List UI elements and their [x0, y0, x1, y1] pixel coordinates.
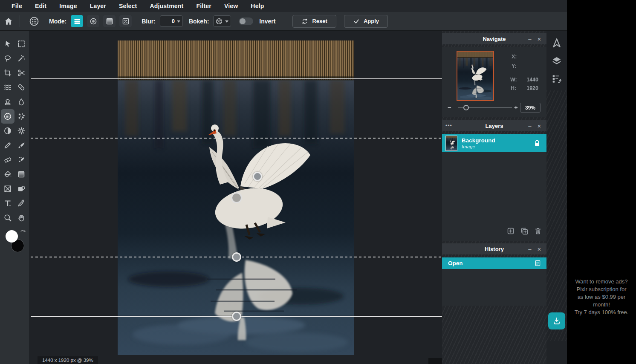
mode-radial-button[interactable]: [87, 15, 99, 27]
mode-gradient-button[interactable]: [103, 15, 116, 27]
statusbar-text: 1440 x 1920 px @ 39%: [42, 358, 93, 363]
history-panel-titlebar: History − ×: [442, 243, 546, 254]
menu-item-file[interactable]: File: [5, 3, 29, 9]
menu-item-help[interactable]: Help: [244, 3, 270, 9]
menu-item-filter[interactable]: Filter: [190, 3, 217, 9]
lasso-tool[interactable]: [1, 51, 14, 66]
layer-row[interactable]: BackgroundImage: [442, 134, 546, 152]
ad-line: Want to remove ads?: [567, 278, 636, 286]
gradient-tool[interactable]: [14, 167, 28, 182]
shape-tool[interactable]: [14, 182, 28, 196]
reset-icon: [301, 18, 308, 25]
pen-tool[interactable]: [1, 138, 14, 153]
disperse-tool[interactable]: [14, 109, 28, 124]
focus-center-handle[interactable]: [231, 192, 242, 203]
blur-input[interactable]: 0: [160, 15, 183, 27]
smudge-tool[interactable]: [14, 153, 28, 167]
text-tool[interactable]: [1, 196, 14, 211]
fill-tool[interactable]: [1, 167, 14, 182]
panel-separator: [442, 131, 546, 134]
marquee-tool[interactable]: [14, 37, 28, 51]
navigate-thumbnail[interactable]: [457, 51, 494, 101]
invert-toggle[interactable]: [239, 17, 253, 25]
picker-tool[interactable]: [14, 196, 28, 211]
focus-rotate-handle[interactable]: [253, 172, 262, 181]
bokeh-select[interactable]: [213, 15, 231, 27]
close-icon[interactable]: ×: [535, 33, 544, 44]
zoom-slider[interactable]: [458, 107, 512, 108]
mode-button-group: [71, 15, 136, 27]
brush-tool[interactable]: [14, 138, 28, 153]
ad-line: month!: [567, 301, 636, 309]
blur-tool[interactable]: [14, 95, 28, 109]
delete-layer-icon[interactable]: [534, 227, 542, 235]
eraser-tool[interactable]: [1, 153, 14, 167]
document-icon: [534, 260, 541, 267]
zoom-tool[interactable]: [1, 211, 14, 225]
zoom-slider-handle[interactable]: [463, 105, 469, 110]
menu-item-edit[interactable]: Edit: [29, 3, 53, 9]
menu-item-select[interactable]: Select: [113, 3, 143, 9]
mode-none-button[interactable]: [119, 15, 132, 27]
liquify-tool[interactable]: [1, 80, 14, 95]
layer-thumbnail: [445, 136, 457, 151]
zoom-in-button[interactable]: +: [514, 104, 518, 111]
navigate-panel-titlebar: Navigate − ×: [442, 33, 546, 44]
check-icon: [353, 18, 360, 25]
navigate-panel-toggle-icon[interactable]: [551, 38, 562, 49]
tools-grid: [1, 37, 28, 225]
panel-separator: [442, 254, 546, 257]
menu-item-image[interactable]: Image: [53, 3, 83, 9]
menu-item-adjustment[interactable]: Adjustment: [143, 3, 190, 9]
zoom-out-button[interactable]: −: [448, 104, 451, 111]
canvas-area[interactable]: 1440 x 1920 px @ 39%: [29, 31, 442, 364]
reset-button[interactable]: Reset: [292, 15, 336, 28]
pixlr-editor-window: FileEditImageLayerSelectAdjustmentFilter…: [0, 0, 636, 364]
layer-actions: [506, 227, 542, 235]
close-icon[interactable]: ×: [535, 243, 544, 254]
ad-text: Want to remove ads?Pixlr subscription fo…: [567, 278, 636, 316]
crop-tool[interactable]: [1, 66, 14, 80]
detail-tool[interactable]: [14, 124, 28, 138]
save-download-button[interactable]: [548, 312, 565, 329]
arrange-tool[interactable]: [1, 37, 14, 51]
add-layer-icon[interactable]: [506, 227, 515, 235]
minimize-icon[interactable]: −: [525, 243, 535, 254]
bokeh-label: Bokeh:: [189, 18, 209, 25]
menu-item-layer[interactable]: Layer: [84, 3, 113, 9]
heal-tool[interactable]: [14, 80, 28, 95]
duplicate-layer-icon[interactable]: [520, 227, 529, 235]
wand-tool[interactable]: [14, 51, 28, 66]
home-button[interactable]: [0, 17, 17, 26]
tone-tool[interactable]: [1, 124, 14, 138]
minimize-icon[interactable]: −: [525, 33, 535, 44]
layers-panel-toggle-icon[interactable]: [551, 55, 562, 66]
focus-outer-bottom-handle[interactable]: [232, 312, 241, 321]
zoom-value-input[interactable]: 39%: [520, 103, 541, 113]
clone-tool[interactable]: [1, 95, 14, 109]
frame-tool[interactable]: [1, 182, 14, 196]
mode-linear-button[interactable]: [71, 15, 83, 27]
menu-item-view[interactable]: View: [218, 3, 244, 9]
aperture-icon: [215, 17, 223, 25]
w-value: 1440: [520, 77, 538, 83]
layers-panel-titlebar: ••• Layers − ×: [442, 120, 546, 131]
edge-hatch: [546, 90, 567, 341]
hand-tool[interactable]: [14, 211, 28, 225]
focus-tool[interactable]: [1, 109, 14, 124]
focus-inner-bottom-handle[interactable]: [232, 252, 241, 262]
lock-icon[interactable]: [533, 139, 541, 147]
close-icon[interactable]: ×: [535, 120, 544, 131]
foreground-color-swatch[interactable]: [6, 230, 18, 243]
history-item-open[interactable]: Open: [442, 257, 546, 269]
focus-outer-line-top[interactable]: [31, 78, 442, 79]
apply-button[interactable]: Apply: [344, 15, 388, 28]
cutout-tool[interactable]: [14, 66, 28, 80]
minimize-icon[interactable]: −: [525, 120, 535, 131]
download-icon: [552, 317, 561, 325]
focus-inner-line-top[interactable]: [31, 138, 442, 139]
layers-menu-icon[interactable]: •••: [445, 120, 452, 131]
history-panel-toggle-icon[interactable]: [551, 73, 562, 84]
toggle-knob: [240, 18, 246, 24]
swap-colors-icon[interactable]: [20, 228, 26, 235]
